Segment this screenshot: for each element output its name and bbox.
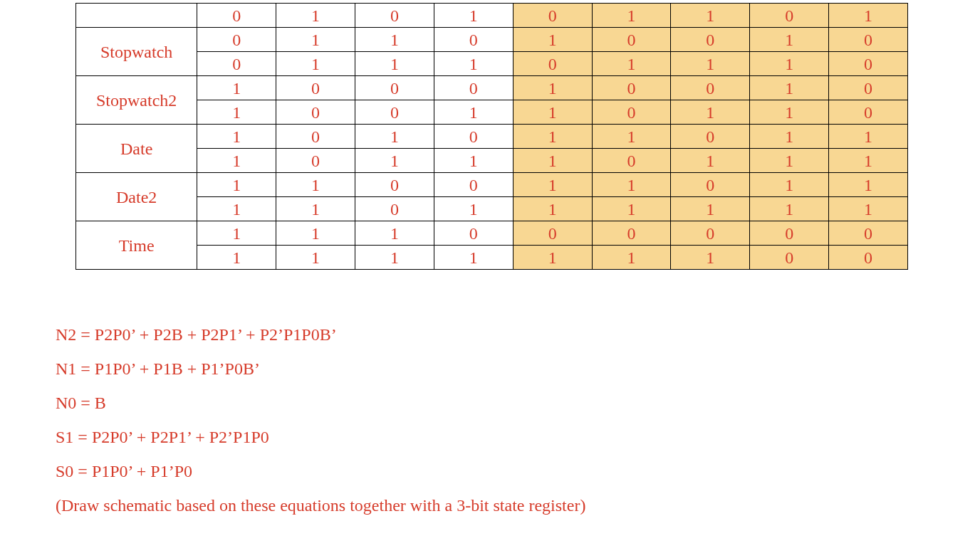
table-cell: 1 xyxy=(592,52,671,76)
table-cell: 0 xyxy=(829,246,908,270)
table-cell: 0 xyxy=(355,76,434,100)
table-cell: 1 xyxy=(197,197,276,221)
table-cell: 0 xyxy=(197,28,276,52)
table-cell: 0 xyxy=(750,221,829,246)
table-cell: 1 xyxy=(197,149,276,173)
table-cell: 0 xyxy=(829,100,908,125)
table-cell: 1 xyxy=(276,197,355,221)
row-label: Stopwatch xyxy=(76,28,197,76)
table-cell: 0 xyxy=(197,4,276,28)
table-cell: 1 xyxy=(434,4,513,28)
equation-n1: N1 = P1P0’ + P1B + P1’P0B’ xyxy=(56,352,585,386)
table-cell: 0 xyxy=(513,4,592,28)
table-cell: 0 xyxy=(513,221,592,246)
equation-s1: S1 = P2P0’ + P2P1’ + P2’P1P0 xyxy=(56,420,585,454)
table-cell: 1 xyxy=(276,221,355,246)
table-cell: 1 xyxy=(197,100,276,125)
equations-block: N2 = P2P0’ + P2B + P2P1’ + P2’P1P0B’ N1 … xyxy=(56,317,585,522)
table-cell: 0 xyxy=(276,125,355,149)
table-cell: 0 xyxy=(671,28,750,52)
table-cell: 1 xyxy=(434,100,513,125)
equation-n0: N0 = B xyxy=(56,386,585,420)
table-cell: 0 xyxy=(355,197,434,221)
table-cell: 1 xyxy=(829,125,908,149)
table-cell: 0 xyxy=(355,173,434,197)
table-cell: 1 xyxy=(355,221,434,246)
table-cell: 0 xyxy=(671,221,750,246)
table-cell: 0 xyxy=(671,173,750,197)
table-cell: 1 xyxy=(750,76,829,100)
table-cell: 0 xyxy=(750,4,829,28)
table-cell: 1 xyxy=(592,173,671,197)
schematic-note: (Draw schematic based on these equations… xyxy=(56,488,585,522)
table-cell: 0 xyxy=(355,100,434,125)
table-cell: 1 xyxy=(276,4,355,28)
table-cell: 0 xyxy=(750,246,829,270)
table-cell: 0 xyxy=(592,221,671,246)
table-cell: 0 xyxy=(434,125,513,149)
table-cell: 1 xyxy=(355,125,434,149)
table-cell: 0 xyxy=(671,76,750,100)
table-cell: 1 xyxy=(513,173,592,197)
table-cell: 0 xyxy=(276,100,355,125)
table-cell: 1 xyxy=(276,52,355,76)
table-cell: 0 xyxy=(592,76,671,100)
table-cell: 1 xyxy=(276,28,355,52)
table-cell: 1 xyxy=(671,52,750,76)
table-cell: 1 xyxy=(276,173,355,197)
row-label xyxy=(76,4,197,28)
table-cell: 1 xyxy=(513,76,592,100)
table-cell: 1 xyxy=(671,4,750,28)
table-cell: 1 xyxy=(671,100,750,125)
equation-n2: N2 = P2P0’ + P2B + P2P1’ + P2’P1P0B’ xyxy=(56,317,585,352)
table-cell: 1 xyxy=(671,246,750,270)
table-cell: 1 xyxy=(829,197,908,221)
table-cell: 0 xyxy=(592,100,671,125)
table-cell: 1 xyxy=(513,100,592,125)
table-cell: 1 xyxy=(355,246,434,270)
table-cell: 1 xyxy=(355,28,434,52)
table-cell: 1 xyxy=(197,221,276,246)
state-transition-table: 010101101Stopwatch011010010011101110Stop… xyxy=(75,3,908,270)
table-cell: 1 xyxy=(750,197,829,221)
table-cell: 1 xyxy=(197,173,276,197)
table-cell: 1 xyxy=(829,4,908,28)
equation-s0: S0 = P1P0’ + P1’P0 xyxy=(56,454,585,488)
table-cell: 0 xyxy=(434,173,513,197)
table-cell: 1 xyxy=(829,149,908,173)
table-cell: 0 xyxy=(276,76,355,100)
table-cell: 1 xyxy=(592,197,671,221)
table-cell: 1 xyxy=(434,197,513,221)
table-cell: 1 xyxy=(750,28,829,52)
table-cell: 0 xyxy=(276,149,355,173)
table-cell: 0 xyxy=(592,149,671,173)
table-cell: 1 xyxy=(829,173,908,197)
table-cell: 1 xyxy=(750,149,829,173)
table-cell: 1 xyxy=(513,149,592,173)
table-cell: 0 xyxy=(671,125,750,149)
row-label: Date xyxy=(76,125,197,173)
row-label: Time xyxy=(76,221,197,270)
table-cell: 1 xyxy=(197,125,276,149)
row-label: Date2 xyxy=(76,173,197,221)
table-cell: 0 xyxy=(434,76,513,100)
table-cell: 1 xyxy=(276,246,355,270)
table-cell: 1 xyxy=(671,149,750,173)
table-cell: 0 xyxy=(355,4,434,28)
table-cell: 1 xyxy=(750,125,829,149)
table-cell: 1 xyxy=(434,246,513,270)
table-cell: 1 xyxy=(513,28,592,52)
table-cell: 1 xyxy=(592,4,671,28)
table-cell: 0 xyxy=(829,52,908,76)
table-cell: 1 xyxy=(592,125,671,149)
table-cell: 0 xyxy=(434,221,513,246)
row-label: Stopwatch2 xyxy=(76,76,197,125)
table-cell: 1 xyxy=(434,52,513,76)
table-cell: 1 xyxy=(750,100,829,125)
table-cell: 1 xyxy=(592,246,671,270)
table-cell: 0 xyxy=(829,221,908,246)
table-cell: 1 xyxy=(750,52,829,76)
table-cell: 0 xyxy=(829,28,908,52)
table-cell: 1 xyxy=(355,52,434,76)
table-cell: 1 xyxy=(671,197,750,221)
